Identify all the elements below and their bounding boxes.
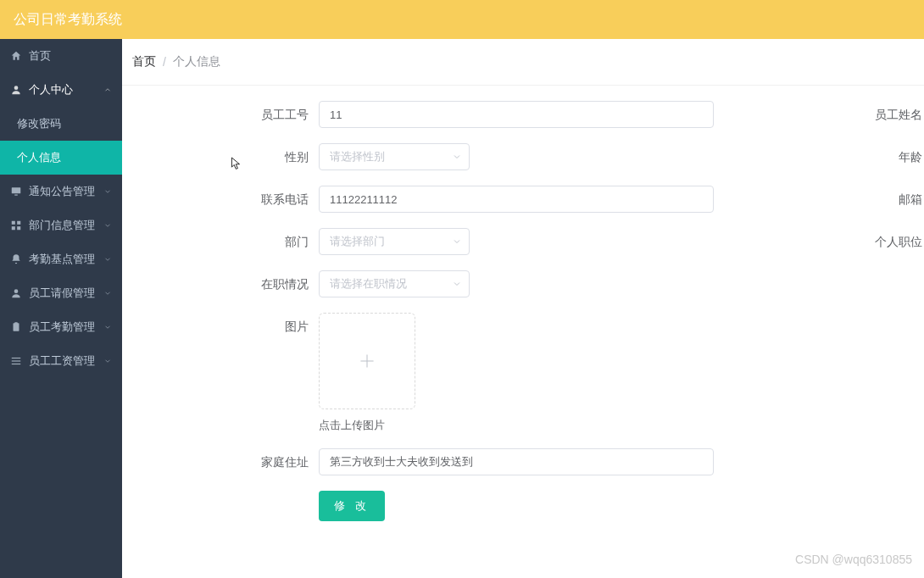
sidebar-item-label: 修改密码 xyxy=(17,116,61,131)
svg-rect-4 xyxy=(17,221,20,225)
breadcrumb-separator: / xyxy=(163,55,166,69)
chevron-down-icon xyxy=(103,323,112,331)
breadcrumb-current: 个人信息 xyxy=(173,54,220,69)
breadcrumb-root[interactable]: 首页 xyxy=(132,54,156,69)
sidebar: 首页 个人中心 修改密码 个人信息 通知公告管 xyxy=(0,39,122,578)
plus-icon xyxy=(356,350,378,372)
user-icon xyxy=(10,84,22,96)
sidebar-item-label: 部门信息管理 xyxy=(29,218,95,233)
sidebar-item-attendance-base[interactable]: 考勤基点管理 xyxy=(0,242,122,276)
sidebar-item-label: 首页 xyxy=(29,48,51,64)
form-panel: 员工工号 员工姓名 性别 xyxy=(122,86,924,578)
label-position: 个人职位 xyxy=(724,228,924,255)
department-select[interactable]: 请选择部门 xyxy=(319,228,470,255)
chevron-down-icon xyxy=(103,289,112,297)
svg-rect-6 xyxy=(17,226,20,230)
chevron-down-icon xyxy=(452,279,462,289)
sidebar-item-label: 员工考勤管理 xyxy=(29,320,95,335)
sidebar-item-personal-center[interactable]: 个人中心 xyxy=(0,73,122,107)
sidebar-item-leave[interactable]: 员工请假管理 xyxy=(0,276,122,310)
label-employee-name: 员工姓名 xyxy=(724,101,924,128)
address-input[interactable] xyxy=(319,448,714,475)
grid-icon xyxy=(10,220,22,231)
label-gender: 性别 xyxy=(122,143,319,170)
svg-rect-2 xyxy=(14,195,18,196)
svg-rect-12 xyxy=(12,364,21,364)
chevron-up-icon xyxy=(103,86,112,94)
app-header: 公司日常考勤系统 xyxy=(0,0,924,39)
svg-point-0 xyxy=(14,86,19,90)
submit-button[interactable]: 修 改 xyxy=(319,491,385,521)
svg-rect-5 xyxy=(12,226,15,230)
phone-input[interactable] xyxy=(319,186,714,213)
svg-point-7 xyxy=(14,289,19,293)
user-icon xyxy=(10,287,22,299)
sidebar-item-label: 个人信息 xyxy=(17,150,61,165)
sidebar-item-home[interactable]: 首页 xyxy=(0,39,122,73)
sidebar-item-announcements[interactable]: 通知公告管理 xyxy=(0,175,122,208)
svg-rect-10 xyxy=(12,358,21,358)
select-placeholder: 请选择性别 xyxy=(330,149,385,164)
chevron-down-icon xyxy=(103,255,112,264)
label-age: 年龄 xyxy=(724,143,924,170)
label-address: 家庭住址 xyxy=(122,448,319,475)
bell-icon xyxy=(10,253,22,265)
svg-rect-1 xyxy=(12,187,21,193)
gender-select[interactable]: 请选择性别 xyxy=(319,143,470,170)
label-employee-id: 员工工号 xyxy=(122,101,319,128)
sidebar-item-label: 考勤基点管理 xyxy=(29,252,95,267)
sidebar-item-attendance[interactable]: 员工考勤管理 xyxy=(0,310,122,344)
main-content: 首页 / 个人信息 员工工号 员工姓名 xyxy=(122,39,924,578)
label-department: 部门 xyxy=(122,228,319,255)
watermark: CSDN @wqq6310855 xyxy=(795,553,912,566)
sidebar-subitem-personal-info[interactable]: 个人信息 xyxy=(0,141,122,175)
status-select[interactable]: 请选择在职情况 xyxy=(319,270,470,297)
chevron-down-icon xyxy=(452,236,462,247)
sidebar-item-label: 个人中心 xyxy=(29,82,73,97)
sidebar-item-label: 员工请假管理 xyxy=(29,286,95,301)
upload-hint: 点击上传图片 xyxy=(319,418,724,433)
label-image: 图片 xyxy=(122,313,319,340)
clipboard-icon xyxy=(10,321,22,333)
sidebar-item-label: 通知公告管理 xyxy=(29,184,95,199)
select-placeholder: 请选择在职情况 xyxy=(330,276,407,292)
sidebar-subitem-change-password[interactable]: 修改密码 xyxy=(0,107,122,141)
svg-rect-11 xyxy=(12,360,21,361)
list-icon xyxy=(10,355,22,367)
sidebar-item-label: 员工工资管理 xyxy=(29,353,95,369)
label-email: 邮箱 xyxy=(724,186,924,213)
employee-id-input[interactable] xyxy=(319,101,714,128)
sidebar-item-salary[interactable]: 员工工资管理 xyxy=(0,344,122,378)
chevron-down-icon xyxy=(103,221,112,230)
svg-rect-3 xyxy=(12,221,15,225)
label-status: 在职情况 xyxy=(122,270,319,297)
monitor-icon xyxy=(10,186,22,197)
svg-rect-9 xyxy=(14,322,18,324)
home-icon xyxy=(10,50,22,62)
app-title: 公司日常考勤系统 xyxy=(14,11,122,29)
breadcrumb: 首页 / 个人信息 xyxy=(122,39,924,86)
chevron-down-icon xyxy=(103,187,112,196)
label-phone: 联系电话 xyxy=(122,186,319,213)
chevron-down-icon xyxy=(103,357,112,365)
svg-rect-8 xyxy=(14,323,19,331)
sidebar-item-departments[interactable]: 部门信息管理 xyxy=(0,208,122,242)
chevron-down-icon xyxy=(452,152,462,162)
image-upload[interactable] xyxy=(319,313,415,409)
select-placeholder: 请选择部门 xyxy=(330,234,385,249)
